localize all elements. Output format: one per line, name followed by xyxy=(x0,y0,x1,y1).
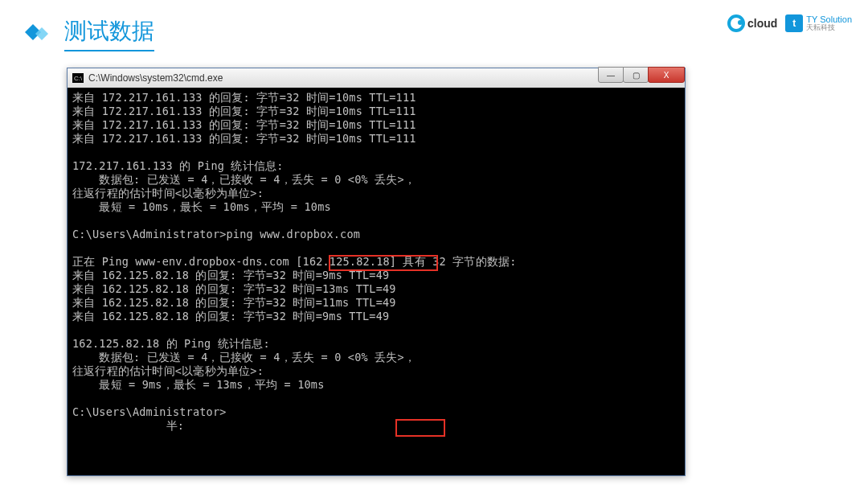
diamond-icon xyxy=(24,23,55,44)
page-title: 测试数据 xyxy=(64,16,154,51)
terminal-output[interactable]: 来自 172.217.161.133 的回复: 字节=32 时间=10ms TT… xyxy=(68,88,685,475)
highlight-box-avg xyxy=(395,419,445,437)
maximize-button[interactable]: ▢ xyxy=(623,67,649,83)
cmd-icon: C:\ xyxy=(72,73,84,83)
minimize-button[interactable]: — xyxy=(598,67,624,83)
ty-text: TY Solution 天耘科技 xyxy=(806,14,852,32)
window-controls: — ▢ X xyxy=(599,67,685,83)
ty-icon: t xyxy=(785,14,803,32)
ogcloud-icon xyxy=(727,14,745,32)
ogcloud-text: cloud xyxy=(747,17,777,30)
logo-group: cloud t TY Solution 天耘科技 xyxy=(727,14,852,32)
title-wrap: 测试数据 xyxy=(24,16,844,51)
cmd-window: C:\ C:\Windows\system32\cmd.exe — ▢ X 来自… xyxy=(67,68,686,476)
slide-header: 测试数据 cloud t TY Solution 天耘科技 xyxy=(0,0,868,48)
ogcloud-logo: cloud xyxy=(727,14,777,32)
highlight-box-dropbox xyxy=(329,255,438,271)
close-button[interactable]: X xyxy=(648,67,685,83)
window-titlebar[interactable]: C:\ C:\Windows\system32\cmd.exe — ▢ X xyxy=(68,68,685,88)
window-title: C:\Windows\system32\cmd.exe xyxy=(88,72,223,84)
ty-logo: t TY Solution 天耘科技 xyxy=(785,14,852,32)
